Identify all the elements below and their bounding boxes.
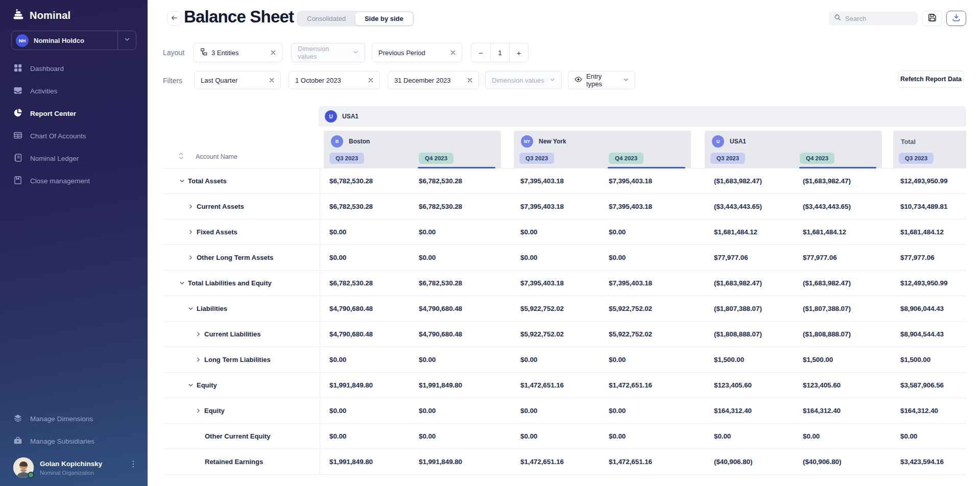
cell-value: ($40,906.80) bbox=[714, 449, 752, 474]
account-cell[interactable]: Retained Earnings bbox=[163, 449, 320, 474]
period-badge-q3[interactable]: Q3 2023 bbox=[899, 153, 934, 164]
subsidiary-panel-new-york: NY New York Q3 2023 Q4 2023 bbox=[514, 131, 691, 168]
account-cell[interactable]: Current Liabilities bbox=[163, 322, 320, 347]
search-box[interactable] bbox=[829, 11, 918, 26]
cell-value: ($3,443,443.65) bbox=[714, 194, 762, 219]
table-row: Long Term Liabilities$0.00$0.00$0.00$0.0… bbox=[163, 347, 966, 373]
back-button[interactable] bbox=[167, 11, 181, 26]
chevron-right-icon[interactable] bbox=[186, 229, 195, 235]
sidebar-item-chart-of-accounts[interactable]: Chart Of Accounts bbox=[0, 125, 148, 147]
save-report-button[interactable] bbox=[922, 11, 942, 26]
cell-value: $0.00 bbox=[419, 347, 436, 372]
sidebar-item-label: Close management bbox=[30, 177, 90, 185]
period-badge-q3[interactable]: Q3 2023 bbox=[329, 153, 364, 164]
filter-chip-end-date[interactable]: 31 December 2023 bbox=[388, 71, 479, 89]
sidebar-item-label: Activities bbox=[30, 87, 57, 95]
sort-icon[interactable] bbox=[178, 152, 184, 161]
refetch-report-data-button[interactable]: Refetch Report Data bbox=[898, 70, 964, 88]
entry-types-select[interactable]: Entry types bbox=[568, 71, 635, 89]
account-cell[interactable]: Fixed Assets bbox=[163, 220, 320, 245]
chevron-right-icon[interactable] bbox=[186, 255, 195, 260]
chevron-down-icon bbox=[124, 36, 131, 45]
user-org: Nominal Organization bbox=[40, 470, 102, 476]
account-label: Long Term Liabilities bbox=[204, 356, 271, 363]
cell-value: $5,922,752.02 bbox=[609, 322, 652, 347]
period-badge-q4[interactable]: Q4 2023 bbox=[419, 153, 453, 164]
close-icon[interactable] bbox=[269, 77, 274, 84]
layout-dimension-values-select[interactable]: Dimension values bbox=[291, 43, 365, 62]
cell-value: $7,395,403.18 bbox=[609, 168, 652, 193]
org-selector-expand[interactable] bbox=[117, 31, 136, 50]
cell-value: $4,790,680.48 bbox=[419, 322, 462, 347]
close-icon[interactable] bbox=[467, 77, 472, 84]
close-icon[interactable] bbox=[271, 49, 276, 57]
cell-value: ($1,807,388.07) bbox=[714, 296, 762, 321]
close-icon[interactable] bbox=[450, 49, 456, 57]
dimension-values-placeholder: Dimension values bbox=[492, 77, 545, 84]
app-logo: Nominal bbox=[0, 0, 148, 28]
inbox-icon bbox=[13, 86, 22, 96]
chevron-right-icon[interactable] bbox=[194, 408, 202, 414]
account-cell[interactable]: Other Current Equity bbox=[163, 424, 320, 449]
cell-value: ($1,807,388.07) bbox=[803, 296, 851, 321]
period-badge-q4[interactable]: Q4 2023 bbox=[800, 153, 834, 164]
export-download-button[interactable] bbox=[946, 11, 966, 26]
chevron-right-icon[interactable] bbox=[194, 331, 202, 337]
cell-value: $0.00 bbox=[609, 220, 626, 245]
sidebar-item-manage-subsidiaries[interactable]: Manage Subsidiaries bbox=[0, 430, 148, 452]
cell-value: $0.00 bbox=[329, 220, 346, 245]
account-cell[interactable]: Long Term Liabilities bbox=[163, 347, 320, 372]
toggle-consolidated[interactable]: Consolidated bbox=[298, 12, 355, 26]
kebab-menu-icon[interactable]: ⋮ bbox=[129, 461, 137, 467]
sidebar-item-manage-dimensions[interactable]: Manage Dimensions bbox=[0, 407, 148, 430]
account-cell[interactable]: Total Liabilities and Equity bbox=[163, 271, 320, 296]
cell-value: $6,782,530.28 bbox=[419, 271, 462, 296]
sidebar-item-close-management[interactable]: Close management bbox=[0, 169, 148, 192]
cell-value: $77,977.06 bbox=[900, 245, 935, 270]
cell-value: $5,922,752.02 bbox=[520, 296, 564, 321]
filter-chip-start-date[interactable]: 1 October 2023 bbox=[289, 71, 380, 89]
cell-value: $6,782,530.28 bbox=[329, 194, 373, 219]
sidebar-item-report-center[interactable]: Report Center bbox=[0, 102, 148, 125]
chevron-right-icon[interactable] bbox=[186, 204, 195, 209]
org-selector[interactable]: NH Nominal Holdco bbox=[11, 31, 136, 50]
filter-dimension-values-select[interactable]: Dimension values bbox=[485, 71, 562, 89]
account-cell[interactable]: Equity bbox=[163, 398, 320, 423]
account-name-header[interactable]: Account Name bbox=[178, 152, 237, 161]
account-cell[interactable]: Total Assets bbox=[163, 168, 320, 193]
period-badge-q4[interactable]: Q4 2023 bbox=[609, 153, 643, 164]
cell-value: $6,782,530.28 bbox=[419, 168, 462, 193]
user-menu[interactable]: Golan Kopichinsky Nominal Organization ⋮ bbox=[0, 452, 148, 481]
account-label: Liabilities bbox=[197, 305, 227, 312]
sidebar-item-nominal-ledger[interactable]: Nominal Ledger bbox=[0, 147, 148, 169]
chevron-down-icon[interactable] bbox=[178, 280, 186, 286]
period-badge-q3[interactable]: Q3 2023 bbox=[519, 153, 554, 164]
toggle-side-by-side[interactable]: Side by side bbox=[355, 12, 413, 26]
stepper-increment-button[interactable]: + bbox=[509, 43, 528, 62]
cell-value: $0.00 bbox=[609, 398, 626, 423]
account-cell[interactable]: Equity bbox=[163, 373, 320, 398]
account-cell[interactable]: Current Assets bbox=[163, 194, 320, 219]
subsidiary-avatar: B bbox=[331, 135, 343, 148]
cell-value: $0.00 bbox=[419, 424, 436, 449]
stepper-decrement-button[interactable]: − bbox=[471, 43, 490, 62]
filter-chip-last-quarter[interactable]: Last Quarter bbox=[194, 71, 281, 89]
subsidiary-name: New York bbox=[539, 138, 566, 145]
account-cell[interactable]: Other Long Term Assets bbox=[163, 245, 320, 270]
chevron-right-icon[interactable] bbox=[194, 357, 202, 362]
sidebar-item-activities[interactable]: Activities bbox=[0, 80, 148, 102]
chevron-down-icon[interactable] bbox=[186, 306, 195, 311]
entities-chip[interactable]: 3 Entities bbox=[193, 43, 282, 62]
account-label: Equity bbox=[204, 407, 225, 415]
period-badge-q3[interactable]: Q3 2023 bbox=[710, 153, 745, 164]
page-title: Balance Sheet bbox=[184, 7, 294, 27]
chevron-down-icon bbox=[353, 49, 358, 57]
close-icon[interactable] bbox=[368, 77, 373, 84]
chevron-down-icon[interactable] bbox=[186, 382, 195, 388]
search-input[interactable] bbox=[845, 15, 906, 22]
chevron-down-icon[interactable] bbox=[178, 178, 186, 184]
account-cell[interactable]: Liabilities bbox=[163, 296, 320, 321]
sidebar-item-dashboard[interactable]: Dashboard bbox=[0, 57, 148, 80]
period-comparison-chip[interactable]: Previous Period bbox=[372, 43, 462, 62]
sidebar-item-label: Manage Dimensions bbox=[30, 415, 93, 423]
